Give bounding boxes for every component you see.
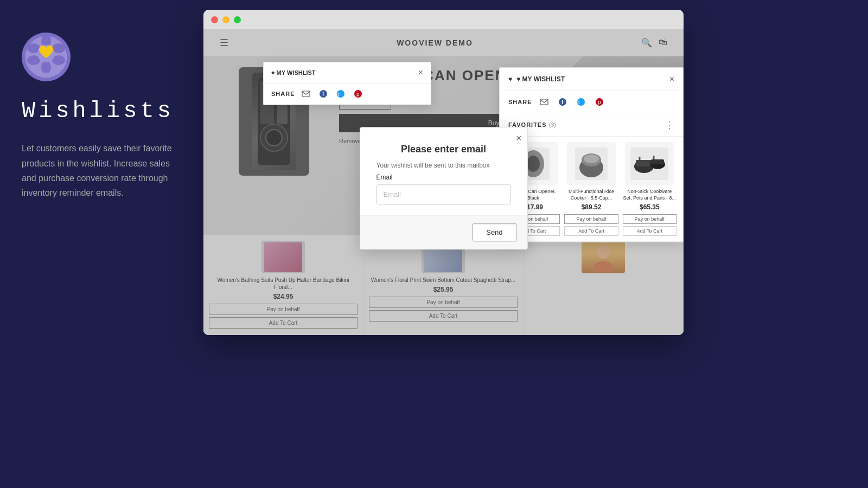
wishlist-item-2: Multi-Functional Rice Cooker - 5.5-Cup..… <box>562 142 620 236</box>
left-panel: Wishlists Let customers easily save thei… <box>0 0 201 488</box>
svg-point-3 <box>41 61 51 73</box>
svg-rect-13 <box>540 99 548 105</box>
popup-share-twitter-button[interactable]: t <box>334 87 347 100</box>
wishlist-item-2-price: $89.52 <box>582 203 602 211</box>
wishlist-item-3-price: $65.35 <box>640 203 660 211</box>
email-modal: × Please enter email Your wishlist will … <box>360 127 528 249</box>
close-traffic-light[interactable] <box>211 16 218 23</box>
svg-text:p: p <box>356 91 360 97</box>
svg-rect-31 <box>651 159 664 164</box>
wishlist-share-row: SHARE f t <box>500 91 683 113</box>
minimize-traffic-light[interactable] <box>222 16 229 23</box>
email-label: Email <box>376 174 511 181</box>
modal-close-button[interactable]: × <box>516 133 522 144</box>
twitter-icon: t <box>577 98 585 106</box>
modal-title: Please enter email <box>376 144 511 155</box>
popup-twitter-icon: t <box>336 89 345 98</box>
share-pinterest-button[interactable]: p <box>593 95 606 108</box>
popup-facebook-icon: f <box>319 89 328 98</box>
facebook-icon: f <box>558 98 567 106</box>
wishlist-item-2-pay-button[interactable]: Pay on behalf <box>564 214 618 224</box>
favorites-count: (3) <box>549 121 556 128</box>
browser-content: ☰ WOOVIEW DEMO 🔍 🛍 <box>203 29 684 335</box>
popup-share-facebook-button[interactable]: f <box>317 87 330 100</box>
wishlist-item-3-cart-button[interactable]: Add To Cart <box>623 226 676 236</box>
share-label: SHARE <box>508 99 532 105</box>
wishlist-panel-close-button[interactable]: × <box>669 74 674 84</box>
wishlist-panel-header: ♥ ♥ MY WISHLIST × <box>500 68 683 91</box>
svg-rect-34 <box>302 91 310 97</box>
share-twitter-button[interactable]: t <box>575 95 588 108</box>
modal-subtitle: Your wishlist will be sent to this mailb… <box>376 162 511 169</box>
popup-share-email-button[interactable] <box>299 87 312 100</box>
wishlist-popup-medium: ♥ MY WISHLIST × SHARE f <box>263 62 431 105</box>
heart-icon: ♥ <box>508 75 512 83</box>
app-title: Wishlists <box>22 98 174 125</box>
wishlist-item-3-image <box>625 142 674 185</box>
share-email-button[interactable] <box>538 95 551 108</box>
fullscreen-traffic-light[interactable] <box>234 16 241 23</box>
svg-point-26 <box>584 155 599 163</box>
wishlist-item-2-cart-button[interactable]: Add To Cart <box>564 226 618 236</box>
wishlist-item-2-image <box>567 142 616 185</box>
favorites-more-icon[interactable]: ⋮ <box>665 119 674 131</box>
popup-title: ♥ MY WISHLIST <box>271 69 316 76</box>
email-icon <box>540 98 548 106</box>
popup-pinterest-icon: p <box>354 89 362 98</box>
send-button[interactable]: Send <box>473 223 516 241</box>
modal-body: Please enter email Your wishlist will be… <box>360 127 527 215</box>
wishlist-panel-title: ♥ ♥ MY WISHLIST <box>508 75 565 83</box>
svg-point-22 <box>527 156 540 172</box>
modal-footer: Send <box>360 215 527 249</box>
logo-flower-icon <box>27 35 65 79</box>
popup-email-icon <box>302 89 310 98</box>
svg-rect-29 <box>636 160 652 166</box>
popup-share-label: SHARE <box>271 91 295 97</box>
app-description: Let customers easily save their favorite… <box>22 141 174 200</box>
wishlist-item-3: Non-Stick Cookware Set, Pots and Pans - … <box>621 142 679 236</box>
popup-header: ♥ MY WISHLIST × <box>264 62 431 84</box>
browser-window: ☰ WOOVIEW DEMO 🔍 🛍 <box>203 10 684 335</box>
popup-close-button[interactable]: × <box>418 68 423 78</box>
app-logo <box>22 33 71 81</box>
wishlist-item-3-pay-button[interactable]: Pay on behalf <box>623 214 676 224</box>
pinterest-icon: p <box>595 98 604 106</box>
svg-text:p: p <box>598 99 601 105</box>
wishlist-item-2-name: Multi-Functional Rice Cooker - 5.5-Cup..… <box>564 189 618 201</box>
wishlist-item-3-name: Non-Stick Cookware Set, Pots and Pans - … <box>623 189 676 201</box>
browser-titlebar <box>203 10 684 29</box>
email-input[interactable] <box>376 184 511 204</box>
popup-share-row: SHARE f t <box>264 84 431 105</box>
popup-share-pinterest-button[interactable]: p <box>352 87 365 100</box>
share-facebook-button[interactable]: f <box>556 95 569 108</box>
